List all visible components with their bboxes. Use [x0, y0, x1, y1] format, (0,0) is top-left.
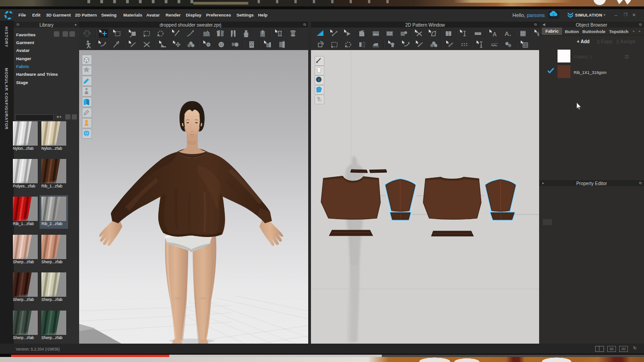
svg-text:A: A	[505, 30, 509, 37]
svg-text:A: A	[493, 31, 497, 38]
svg-text:C: C	[552, 13, 555, 16]
svg-text:i: i	[318, 78, 319, 82]
